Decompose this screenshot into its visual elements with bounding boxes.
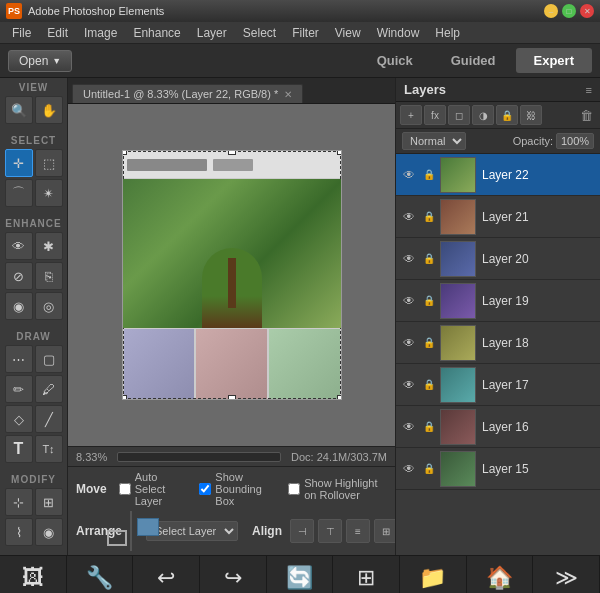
layer-row[interactable]: 👁 🔒 Layer 18 [396, 322, 600, 364]
type-tool[interactable]: T [5, 435, 33, 463]
opacity-input[interactable] [556, 133, 594, 149]
delete-layer-btn[interactable]: 🗑 [576, 105, 596, 125]
clone-tool[interactable]: ⎘ [35, 262, 63, 290]
paint-bucket-tool[interactable]: ⋯ [5, 345, 33, 373]
close-tab-icon[interactable]: ✕ [284, 89, 292, 100]
align-more-btn[interactable]: ≡ [346, 519, 370, 543]
brush-enhance-tool[interactable]: ⊘ [5, 262, 33, 290]
layer-row[interactable]: 👁 🔒 Layer 21 [396, 196, 600, 238]
taskbar-redo[interactable]: ↪ Redo [200, 556, 267, 593]
menu-view[interactable]: View [327, 24, 369, 42]
layer-row[interactable]: 👁 🔒 Layer 16 [396, 406, 600, 448]
brush-tool[interactable]: ✏ [5, 375, 33, 403]
taskbar-tool-options[interactable]: 🔧 Tool Options [67, 556, 134, 593]
taskbar-home-screen[interactable]: 🏠 Home Screen [467, 556, 534, 593]
sponge-tool[interactable]: ◎ [35, 292, 63, 320]
select-layer-dropdown[interactable]: Select Layer Layer 22 Layer 21 Layer 20 [146, 521, 238, 541]
shape-tool[interactable]: ◇ [5, 405, 33, 433]
layer-eye-icon[interactable]: 👁 [400, 292, 418, 310]
layer-row[interactable]: 👁 🔒 Layer 22 [396, 154, 600, 196]
lasso-tool[interactable]: ⌒ [5, 179, 33, 207]
layer-mask-btn[interactable]: ◻ [448, 105, 470, 125]
maximize-button[interactable]: □ [562, 4, 576, 18]
menu-image[interactable]: Image [76, 24, 125, 42]
straighten-tool[interactable]: ⌇ [5, 518, 33, 546]
eyedropper-tool[interactable]: 👁 [5, 232, 33, 260]
highlight-checkbox[interactable] [288, 483, 300, 495]
layer-lock-icon[interactable]: 🔒 [421, 209, 437, 225]
bounding-box-checkbox[interactable] [199, 483, 211, 495]
open-button[interactable]: Open ▼ [8, 50, 72, 72]
scrollbar[interactable] [117, 452, 281, 462]
layer-eye-icon[interactable]: 👁 [400, 334, 418, 352]
menu-select[interactable]: Select [235, 24, 284, 42]
zoom-tool[interactable]: 🔍 [5, 96, 33, 124]
layer-lock-icon[interactable]: 🔒 [421, 251, 437, 267]
layer-eye-icon[interactable]: 👁 [400, 376, 418, 394]
layer-row[interactable]: 👁 🔒 Layer 20 [396, 238, 600, 280]
pencil-tool[interactable]: 🖊 [35, 375, 63, 403]
document-tab[interactable]: Untitled-1 @ 8.33% (Layer 22, RGB/8) * ✕ [72, 84, 303, 103]
taskbar-photo-bin[interactable]: 🖼 Photo Bin [0, 556, 67, 593]
layer-row[interactable]: 👁 🔒 Layer 15 [396, 448, 600, 490]
line-tool[interactable]: ╱ [35, 405, 63, 433]
spot-heal-tool[interactable]: ✱ [35, 232, 63, 260]
layer-row[interactable]: 👁 🔒 Layer 19 [396, 280, 600, 322]
marquee-tool[interactable]: ⬚ [35, 149, 63, 177]
menu-help[interactable]: Help [427, 24, 468, 42]
canvas[interactable] [122, 150, 342, 400]
align-left-btn[interactable]: ⊣ [290, 519, 314, 543]
blur-tool[interactable]: ◉ [5, 292, 33, 320]
menu-window[interactable]: Window [369, 24, 428, 42]
handle-tr[interactable] [337, 150, 342, 155]
close-button[interactable]: ✕ [580, 4, 594, 18]
layer-lock-icon[interactable]: 🔒 [421, 419, 437, 435]
align-distribute-btn[interactable]: ⊞ [374, 519, 395, 543]
taskbar-organizer[interactable]: 📁 Organizer [400, 556, 467, 593]
panel-menu-icon[interactable]: ≡ [586, 84, 592, 96]
auto-select-checkbox[interactable] [119, 483, 131, 495]
layer-lock-icon[interactable]: 🔒 [421, 335, 437, 351]
magic-wand-tool[interactable]: ✴ [35, 179, 63, 207]
layer-eye-icon[interactable]: 👁 [400, 418, 418, 436]
menu-edit[interactable]: Edit [39, 24, 76, 42]
layer-group-btn[interactable]: 🔒 [496, 105, 518, 125]
tab-expert[interactable]: Expert [516, 48, 592, 73]
layer-adjust-btn[interactable]: ◑ [472, 105, 494, 125]
minimize-button[interactable]: – [544, 4, 558, 18]
crop-tool[interactable]: ⊹ [5, 488, 33, 516]
layer-eye-icon[interactable]: 👁 [400, 460, 418, 478]
menu-enhance[interactable]: Enhance [125, 24, 188, 42]
layer-row[interactable]: 👁 🔒 Layer 17 [396, 364, 600, 406]
taskbar-undo[interactable]: ↩ Undo [133, 556, 200, 593]
tab-quick[interactable]: Quick [359, 48, 431, 73]
red-eye-tool[interactable]: ◉ [35, 518, 63, 546]
layer-lock-icon[interactable]: 🔒 [421, 461, 437, 477]
layer-fx-btn[interactable]: fx [424, 105, 446, 125]
new-layer-btn[interactable]: + [400, 105, 422, 125]
align-center-btn[interactable]: ⊤ [318, 519, 342, 543]
layer-lock-icon[interactable]: 🔒 [421, 377, 437, 393]
menu-file[interactable]: File [4, 24, 39, 42]
move-tool[interactable]: ✛ [5, 149, 33, 177]
taskbar-layout[interactable]: ⊞ Layout [333, 556, 400, 593]
canvas-area[interactable] [68, 104, 395, 446]
layer-eye-icon[interactable]: 👁 [400, 250, 418, 268]
erase-tool[interactable]: ▢ [35, 345, 63, 373]
taskbar-rotate[interactable]: 🔄 Rotate [267, 556, 334, 593]
taskbar-more[interactable]: ≫ More [533, 556, 600, 593]
recompose-tool[interactable]: ⊞ [35, 488, 63, 516]
layer-eye-icon[interactable]: 👁 [400, 166, 418, 184]
layer-lock-icon[interactable]: 🔒 [421, 293, 437, 309]
handle-tl[interactable] [122, 150, 127, 155]
layer-lock-icon[interactable]: 🔒 [421, 167, 437, 183]
layer-link-btn[interactable]: ⛓ [520, 105, 542, 125]
menu-layer[interactable]: Layer [189, 24, 235, 42]
tab-guided[interactable]: Guided [433, 48, 514, 73]
layer-eye-icon[interactable]: 👁 [400, 208, 418, 226]
vertical-type-tool[interactable]: T↕ [35, 435, 63, 463]
handle-tm[interactable] [228, 150, 236, 155]
hand-tool[interactable]: ✋ [35, 96, 63, 124]
menu-filter[interactable]: Filter [284, 24, 327, 42]
blend-mode-select[interactable]: Normal [402, 132, 466, 150]
